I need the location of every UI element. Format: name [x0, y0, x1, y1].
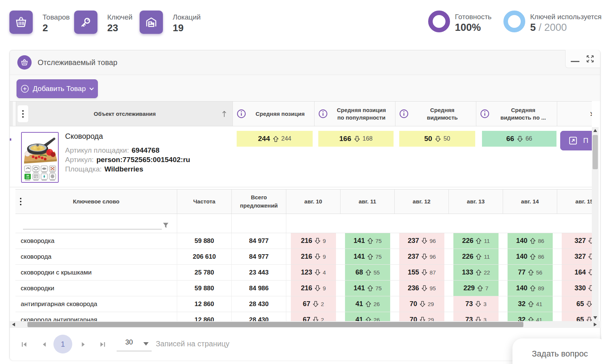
product-grid: Объект отслеживания Средняя позиция — [10, 101, 592, 321]
trend-up-icon — [528, 317, 534, 321]
column-header-date-label: авг. 13 — [467, 197, 485, 206]
trend-up-icon — [365, 301, 371, 307]
last-page-button[interactable] — [99, 341, 105, 347]
column-header-keyword[interactable]: Ключевое слово — [15, 190, 177, 214]
date-position-cell: 7756 — [503, 265, 557, 280]
stat-keys: Ключей 23 — [74, 11, 132, 34]
trend-down-icon — [421, 285, 427, 291]
vertical-scrollbar-thumb[interactable] — [593, 135, 598, 169]
horizontal-scrollbar-thumb[interactable] — [27, 322, 523, 327]
add-product-button[interactable]: Добавить Товар — [17, 79, 98, 98]
info-icon[interactable] — [237, 109, 246, 118]
keyword-row[interactable]: сковорода антипригарная12 86028 43067241… — [15, 312, 592, 321]
info-icon[interactable] — [480, 109, 490, 118]
column-header-frequency[interactable]: Частота — [177, 190, 232, 214]
scroll-right-icon[interactable] — [594, 323, 597, 326]
keyword-row[interactable]: сковородки59 88084 986216914175236952297… — [15, 281, 592, 296]
horizontal-scrollbar[interactable] — [10, 321, 600, 328]
position-value: 216 — [301, 237, 312, 245]
column-menu-button[interactable] — [18, 105, 28, 122]
position-value: 140 — [516, 253, 528, 261]
ask-question-button[interactable]: Задать вопрос — [512, 338, 602, 364]
date-position-cell: 7029 — [395, 312, 449, 321]
column-header-date[interactable]: авг. 13 — [449, 190, 503, 214]
date-position-cell: 14175 — [341, 249, 395, 264]
vertical-scrollbar[interactable] — [592, 127, 599, 321]
kebab-icon[interactable] — [20, 198, 21, 205]
product-row[interactable]: 28 CM — [10, 127, 592, 187]
trend-up-icon — [367, 285, 373, 291]
keyword-row[interactable]: сковородка59 88084 977216914175237962261… — [15, 233, 592, 249]
date-position-cell: 7029 — [395, 296, 449, 312]
first-page-button[interactable] — [21, 341, 27, 347]
open-product-button[interactable]: П — [560, 131, 592, 150]
date-position-cell: 3241 — [503, 312, 557, 321]
stat-products: Товаров 2 — [9, 11, 70, 34]
date-position-cell: 733 — [449, 312, 503, 321]
sort-ascending-icon — [221, 110, 227, 118]
date-position-cell: 1234 — [286, 265, 341, 280]
trend-down-icon — [586, 301, 592, 307]
metric-delta: 50 — [444, 135, 450, 142]
column-header-date[interactable]: авг. 14 — [503, 190, 557, 214]
row-select-marker[interactable] — [10, 138, 11, 141]
total-offers-cell: 84 986 — [232, 281, 286, 296]
total-offers-filter-cell — [232, 214, 286, 233]
keyword-row[interactable]: сковородки с крышками25 78023 4431234685… — [15, 265, 592, 281]
column-header-date[interactable]: авг. 12 — [395, 190, 449, 214]
column-header-date[interactable]: авг. 15 — [557, 190, 592, 214]
column-header-avg-visibility[interactable]: Средняя видимость — [395, 102, 476, 126]
plus-circle-icon — [20, 84, 29, 93]
scroll-up-icon[interactable] — [593, 129, 597, 132]
scroll-left-icon[interactable] — [12, 323, 15, 326]
trend-up-icon — [476, 269, 482, 276]
column-header-avg-visibility-by[interactable]: Средняя видимость по ... — [476, 102, 557, 126]
position-value: 133 — [462, 268, 473, 276]
column-header-avg-position[interactable]: Средняя позиция — [233, 102, 315, 126]
keyword-cell: сковорода антипригарная — [15, 316, 97, 322]
position-value: 216 — [301, 284, 312, 292]
trend-up-icon — [365, 269, 371, 276]
info-icon[interactable] — [399, 109, 409, 118]
page-size-select[interactable]: 30 — [117, 328, 152, 351]
position-delta: 26 — [374, 301, 380, 307]
stat-products-value: 2 — [43, 22, 70, 34]
keyword-filter-input[interactable] — [23, 220, 162, 229]
column-header-date-label: авг. 15 — [575, 197, 592, 206]
product-info: Сковорода Артикул площадки:6944768 Артик… — [65, 132, 190, 174]
gauge-keys-used-limit: / 2000 — [536, 22, 567, 33]
keyword-row[interactable]: сковорода206 61084 977216914175237962261… — [15, 249, 592, 265]
frequency-cell: 59 880 — [177, 281, 232, 296]
column-header-extra[interactable]: У — [557, 102, 592, 126]
position-delta: 11 — [484, 253, 490, 260]
position-value: 65 — [576, 316, 584, 321]
keyword-row[interactable]: антипригарная сковорода12 86028 43067241… — [15, 296, 592, 312]
position-delta: 3 — [483, 317, 486, 321]
trend-up-icon — [528, 301, 534, 307]
column-header-date[interactable]: авг. 11 — [341, 190, 395, 214]
position-delta: 3 — [483, 301, 486, 307]
minimize-icon[interactable] — [571, 61, 579, 62]
previous-page-button[interactable] — [41, 341, 47, 347]
scroll-down-icon[interactable] — [593, 316, 597, 319]
trend-up-icon — [530, 253, 536, 260]
expand-icon[interactable] — [585, 54, 595, 64]
trend-down-icon — [435, 136, 441, 142]
column-header-object[interactable]: Объект отслеживания — [16, 102, 233, 126]
column-header-avg-position-popularity[interactable]: Средняя позиция по популярности — [315, 102, 395, 126]
position-value: 41 — [356, 300, 363, 308]
date-position-cell: 2169 — [286, 233, 341, 249]
page-number-button[interactable]: 1 — [53, 335, 72, 353]
total-offers-cell: 84 977 — [232, 249, 286, 264]
next-page-button[interactable] — [80, 341, 86, 347]
info-icon[interactable] — [318, 109, 328, 118]
column-header-total-offers[interactable]: Всего предложений — [232, 190, 286, 214]
position-value: 164 — [575, 268, 586, 276]
trend-up-icon — [367, 253, 373, 260]
column-header-date[interactable]: авг. 10 — [286, 190, 341, 214]
position-value: 140 — [516, 284, 528, 292]
filter-funnel-icon[interactable] — [163, 223, 169, 228]
position-value: 73 — [465, 300, 473, 308]
frequency-filter-cell — [177, 214, 232, 233]
trend-down-icon — [313, 301, 319, 307]
